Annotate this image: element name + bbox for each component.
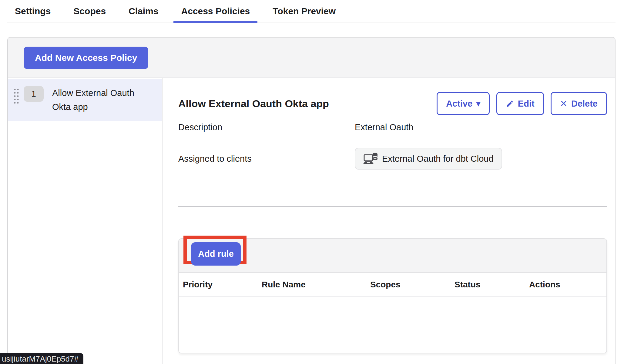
policy-list-item[interactable]: 1 Allow External Oauth Okta app bbox=[8, 79, 162, 121]
section-divider bbox=[178, 206, 607, 207]
tab-scopes[interactable]: Scopes bbox=[66, 0, 113, 22]
policy-priority-badge: 1 bbox=[24, 86, 44, 102]
policy-detail-panel: Allow External Oauth Okta app Active ▾ E… bbox=[163, 78, 615, 364]
policy-action-buttons: Active ▾ Edit ✕ Delete bbox=[437, 92, 607, 115]
column-scopes: Scopes bbox=[366, 280, 451, 290]
status-dropdown-button[interactable]: Active ▾ bbox=[437, 92, 490, 115]
pencil-icon bbox=[506, 100, 514, 108]
policy-title: Allow External Oauth Okta app bbox=[178, 98, 329, 110]
tab-claims[interactable]: Claims bbox=[121, 0, 166, 22]
column-rule-name: Rule Name bbox=[258, 280, 366, 290]
status-dropdown-label: Active bbox=[446, 99, 472, 109]
client-chip-label: External Oauth for dbt Cloud bbox=[382, 154, 494, 164]
tab-access-policies[interactable]: Access Policies bbox=[173, 0, 257, 22]
edit-policy-button[interactable]: Edit bbox=[496, 92, 544, 115]
rules-card: Add rule Priority Rule Name Scopes Statu… bbox=[178, 238, 607, 353]
policies-content: 1 Allow External Oauth Okta app Allow Ex… bbox=[8, 78, 615, 364]
column-status: Status bbox=[451, 280, 525, 290]
delete-policy-button[interactable]: ✕ Delete bbox=[551, 92, 607, 115]
policies-toolbar: Add New Access Policy bbox=[8, 38, 615, 78]
close-icon: ✕ bbox=[560, 99, 567, 108]
link-status-tooltip: usijiutarM7Aj0Ep5d7# bbox=[0, 353, 83, 364]
description-row: Description External Oauth bbox=[178, 121, 607, 133]
tab-bar: Settings Scopes Claims Access Policies T… bbox=[7, 0, 616, 22]
rules-table-body-empty bbox=[179, 297, 606, 353]
tab-token-preview[interactable]: Token Preview bbox=[265, 0, 343, 22]
column-actions: Actions bbox=[525, 280, 606, 290]
client-app-icon bbox=[363, 153, 378, 165]
policy-list-sidebar: 1 Allow External Oauth Okta app bbox=[8, 78, 163, 364]
rules-table-header: Priority Rule Name Scopes Status Actions bbox=[179, 273, 606, 297]
column-priority: Priority bbox=[179, 280, 258, 290]
assigned-clients-row: Assigned to clients External Oauth for d… bbox=[178, 148, 607, 170]
add-new-access-policy-button[interactable]: Add New Access Policy bbox=[24, 47, 148, 69]
client-chip[interactable]: External Oauth for dbt Cloud bbox=[355, 148, 502, 170]
assigned-clients-label: Assigned to clients bbox=[178, 154, 355, 164]
add-rule-button[interactable]: Add rule bbox=[191, 242, 241, 266]
tab-settings[interactable]: Settings bbox=[7, 0, 58, 22]
policy-list-item-name: Allow External Oauth Okta app bbox=[52, 86, 148, 114]
chevron-down-icon: ▾ bbox=[476, 100, 480, 108]
description-value: External Oauth bbox=[355, 122, 413, 132]
description-label: Description bbox=[178, 122, 355, 132]
policy-detail-header: Allow External Oauth Okta app Active ▾ E… bbox=[178, 91, 607, 116]
delete-button-label: Delete bbox=[571, 99, 598, 109]
access-policies-panel: Add New Access Policy 1 Allow External O… bbox=[7, 37, 616, 364]
annotation-highlight-box: Add rule bbox=[183, 236, 247, 264]
edit-button-label: Edit bbox=[518, 99, 535, 109]
drag-handle-icon[interactable] bbox=[13, 88, 19, 104]
